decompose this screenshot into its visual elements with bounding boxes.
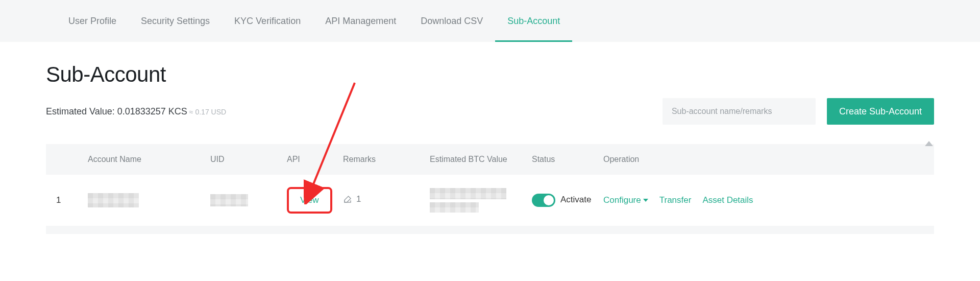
asset-details-link[interactable]: Asset Details bbox=[702, 195, 753, 205]
header-status: Status bbox=[526, 155, 597, 164]
estimated-value-approx: ≈ 0.17 USD bbox=[189, 108, 226, 116]
redacted-uid bbox=[210, 194, 248, 206]
header-remarks: Remarks bbox=[337, 155, 424, 164]
redacted-account-name bbox=[88, 193, 139, 207]
configure-link[interactable]: Configure bbox=[603, 195, 648, 205]
configure-label: Configure bbox=[603, 195, 641, 205]
sub-account-table: Account Name UID API Remarks Estimated B… bbox=[46, 144, 934, 234]
tab-kyc-verification[interactable]: KYC Verification bbox=[222, 0, 313, 42]
search-input[interactable] bbox=[663, 98, 816, 125]
edit-icon[interactable] bbox=[343, 195, 352, 204]
tab-navigation: User Profile Security Settings KYC Verif… bbox=[0, 0, 980, 42]
tab-download-csv[interactable]: Download CSV bbox=[408, 0, 495, 42]
header-uid: UID bbox=[204, 155, 281, 164]
estimated-value-amount: 0.01833257 KCS bbox=[117, 106, 187, 116]
header-api: API bbox=[281, 155, 337, 164]
remarks-count: 1 bbox=[356, 194, 361, 204]
tab-sub-account[interactable]: Sub-Account bbox=[495, 0, 572, 42]
redacted-btc-value bbox=[430, 188, 506, 199]
transfer-link[interactable]: Transfer bbox=[659, 195, 692, 205]
controls: Create Sub-Account bbox=[663, 98, 934, 125]
cell-uid bbox=[204, 194, 281, 206]
header-operation: Operation bbox=[597, 155, 934, 164]
redacted-btc-value-sub bbox=[430, 202, 479, 213]
caret-down-icon bbox=[643, 199, 648, 202]
tab-api-management[interactable]: API Management bbox=[313, 0, 408, 42]
status-label: Activate bbox=[560, 195, 591, 204]
header-account-name: Account Name bbox=[82, 155, 204, 164]
row-index: 1 bbox=[46, 195, 82, 205]
content-area: Sub-Account Estimated Value: 0.01833257 … bbox=[0, 42, 980, 234]
activate-toggle[interactable] bbox=[532, 194, 555, 207]
cell-btc-value bbox=[424, 188, 526, 213]
page-title: Sub-Account bbox=[46, 62, 934, 87]
estimated-value-label: Estimated Value: bbox=[46, 106, 117, 116]
cell-status: Activate bbox=[526, 194, 597, 207]
tab-user-profile[interactable]: User Profile bbox=[56, 0, 129, 42]
cell-api: View bbox=[281, 187, 337, 214]
create-sub-account-button[interactable]: Create Sub-Account bbox=[827, 98, 934, 125]
estimated-value-text: Estimated Value: 0.01833257 KCS≈ 0.17 US… bbox=[46, 106, 226, 117]
cell-account-name bbox=[82, 193, 204, 207]
table-header-row: Account Name UID API Remarks Estimated B… bbox=[46, 144, 934, 175]
tab-security-settings[interactable]: Security Settings bbox=[129, 0, 222, 42]
cell-remarks: 1 bbox=[337, 194, 424, 206]
table-row: 1 View 1 bbox=[46, 175, 934, 226]
header-btc-value: Estimated BTC Value bbox=[424, 155, 526, 164]
table-footer-bar bbox=[46, 226, 934, 234]
annotation-highlight-box: View bbox=[287, 187, 332, 214]
scroll-up-arrow-icon[interactable] bbox=[925, 141, 933, 146]
view-api-link[interactable]: View bbox=[300, 195, 319, 205]
value-row: Estimated Value: 0.01833257 KCS≈ 0.17 US… bbox=[46, 98, 934, 125]
cell-operations: Configure Transfer Asset Details bbox=[597, 195, 934, 205]
